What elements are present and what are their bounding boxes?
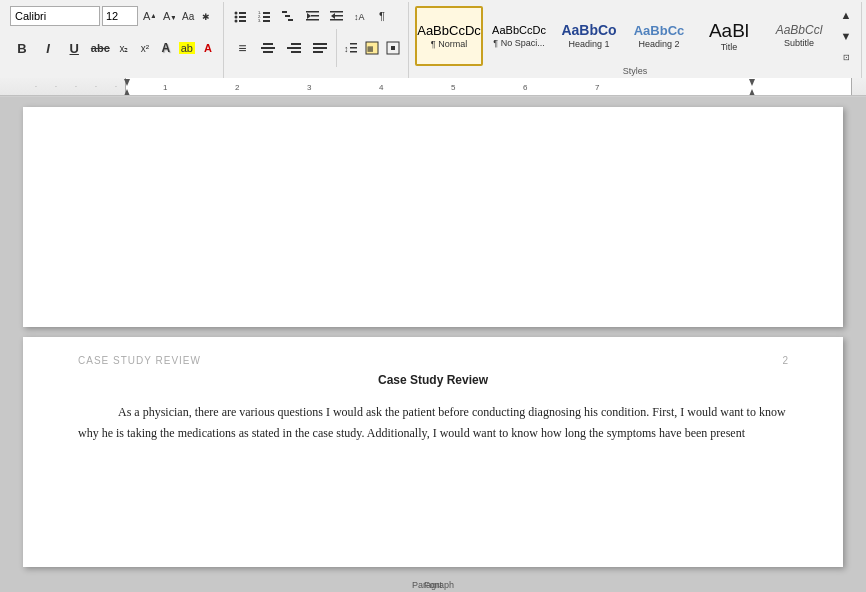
change-case-btn[interactable]: Aa — [180, 6, 198, 26]
border-btn[interactable] — [383, 38, 402, 58]
styles-row: AaBbCcDc ¶ Normal AaBbCcDc ¶ No Spaci...… — [415, 6, 855, 66]
font-name-input[interactable] — [10, 6, 100, 26]
shading-btn[interactable]: ▦ — [362, 38, 381, 58]
header-left: CASE STUDY REVIEW — [78, 355, 201, 366]
svg-marker-25 — [331, 13, 335, 19]
svg-point-6 — [235, 12, 238, 15]
styles-more-btn[interactable]: ⊡ — [837, 48, 855, 66]
style-title-label: Title — [721, 42, 738, 52]
svg-rect-47 — [391, 46, 395, 50]
svg-text:·: · — [115, 83, 117, 90]
page-1 — [23, 107, 843, 327]
header-right: 2 — [782, 355, 788, 366]
svg-point-10 — [235, 20, 238, 23]
svg-rect-17 — [263, 20, 270, 22]
svg-text:Aa: Aa — [182, 11, 195, 22]
svg-text:4: 4 — [379, 83, 384, 92]
font-size-up-btn[interactable]: A▲ — [140, 6, 158, 26]
decrease-indent-btn[interactable] — [302, 6, 324, 26]
style-normal[interactable]: AaBbCcDc ¶ Normal — [415, 6, 483, 66]
doc-paragraph[interactable]: As a physician, there are various questi… — [78, 402, 788, 445]
svg-rect-31 — [263, 43, 273, 45]
svg-rect-38 — [313, 47, 327, 49]
text-effect-btn[interactable]: A — [156, 38, 175, 58]
svg-text:1: 1 — [163, 83, 168, 92]
paragraph-group: 1.2.3. ↕A ¶ ≡ — [224, 2, 409, 78]
font-top-row: A▲ A▼ Aa ✱ — [10, 6, 217, 26]
svg-text:3.: 3. — [258, 18, 261, 23]
align-left-btn[interactable]: ≡ — [230, 28, 254, 68]
styles-scroll-up-btn[interactable]: ▲ — [837, 6, 855, 24]
toolbar: A▲ A▼ Aa ✱ B I U abc x₂ x² — [0, 0, 866, 97]
svg-text:↕: ↕ — [344, 44, 349, 54]
para-top-row: 1.2.3. ↕A ¶ — [230, 6, 402, 26]
style-title[interactable]: AaBl Title — [695, 6, 763, 66]
svg-rect-39 — [313, 51, 323, 53]
page-2: CASE STUDY REVIEW 2 Case Study Review As… — [23, 337, 843, 567]
svg-rect-36 — [291, 51, 301, 53]
svg-text:·: · — [35, 83, 37, 90]
svg-rect-32 — [261, 47, 275, 49]
svg-marker-61 — [124, 89, 130, 96]
style-no-spacing-label: ¶ No Spaci... — [493, 38, 544, 48]
svg-text:✱: ✱ — [202, 12, 210, 22]
style-no-spacing[interactable]: AaBbCcDc ¶ No Spaci... — [485, 6, 553, 66]
svg-rect-42 — [350, 47, 357, 49]
superscript-btn[interactable]: x² — [135, 38, 154, 58]
strikethrough-btn[interactable]: abc — [88, 28, 112, 68]
font-group: A▲ A▼ Aa ✱ B I U abc x₂ x² — [4, 2, 224, 78]
document-area: CASE STUDY REVIEW 2 Case Study Review As… — [0, 97, 866, 591]
clear-format-btn[interactable]: ✱ — [200, 6, 218, 26]
font-size-down-btn[interactable]: A▼ — [160, 6, 178, 26]
svg-rect-15 — [263, 16, 270, 18]
style-heading2-label: Heading 2 — [638, 39, 679, 49]
numbering-btn[interactable]: 1.2.3. — [254, 6, 276, 26]
sort-btn[interactable]: ↕A — [350, 6, 372, 26]
font-color-btn[interactable]: A — [198, 38, 217, 58]
svg-rect-24 — [306, 19, 319, 21]
svg-text:7: 7 — [595, 83, 600, 92]
subscript-btn[interactable]: x₂ — [114, 38, 133, 58]
style-no-spacing-preview: AaBbCcDc — [492, 25, 546, 36]
increase-indent-btn[interactable] — [326, 6, 348, 26]
style-heading2-preview: AaBbCc — [634, 24, 685, 37]
bold-btn[interactable]: B — [10, 28, 34, 68]
font-size-input[interactable] — [102, 6, 138, 26]
style-title-preview: AaBl — [709, 21, 749, 40]
style-subtitle-preview: AaBbCcl — [776, 24, 823, 36]
svg-rect-22 — [306, 11, 319, 13]
svg-rect-20 — [288, 19, 293, 21]
page-header: CASE STUDY REVIEW 2 — [23, 337, 843, 370]
ribbon: A▲ A▼ Aa ✱ B I U abc x₂ x² — [0, 0, 866, 78]
svg-marker-60 — [124, 79, 130, 86]
styles-group: AaBbCcDc ¶ Normal AaBbCcDc ¶ No Spaci...… — [409, 2, 862, 78]
style-heading1[interactable]: AaBbCo Heading 1 — [555, 6, 623, 66]
style-heading2[interactable]: AaBbCc Heading 2 — [625, 6, 693, 66]
style-subtitle[interactable]: AaBbCcl Subtitle — [765, 6, 833, 66]
svg-rect-7 — [239, 12, 246, 14]
font-bottom-row: B I U abc x₂ x² A ab A — [10, 28, 217, 68]
line-spacing-btn[interactable]: ↕ — [341, 38, 360, 58]
svg-text:·: · — [95, 83, 97, 90]
italic-btn[interactable]: I — [36, 28, 60, 68]
multilevel-list-btn[interactable] — [278, 6, 300, 26]
svg-rect-35 — [287, 47, 301, 49]
svg-rect-26 — [330, 11, 343, 13]
justify-btn[interactable] — [308, 28, 332, 68]
text-highlight-btn[interactable]: ab — [177, 38, 196, 58]
svg-text:2: 2 — [235, 83, 240, 92]
svg-marker-63 — [749, 89, 755, 96]
align-center-btn[interactable] — [256, 28, 280, 68]
styles-scroll-down-btn[interactable]: ▼ — [837, 27, 855, 45]
svg-rect-27 — [335, 15, 343, 17]
bullets-btn[interactable] — [230, 6, 252, 26]
doc-title: Case Study Review — [78, 370, 788, 392]
underline-btn[interactable]: U — [62, 28, 86, 68]
svg-text:·: · — [75, 83, 77, 90]
svg-text:↕A: ↕A — [354, 12, 365, 22]
align-right-btn[interactable] — [282, 28, 306, 68]
styles-group-label: Styles — [409, 66, 861, 76]
svg-rect-37 — [313, 43, 327, 45]
paragraph-group-label: Paragraph — [0, 580, 866, 590]
show-marks-btn[interactable]: ¶ — [374, 6, 396, 26]
